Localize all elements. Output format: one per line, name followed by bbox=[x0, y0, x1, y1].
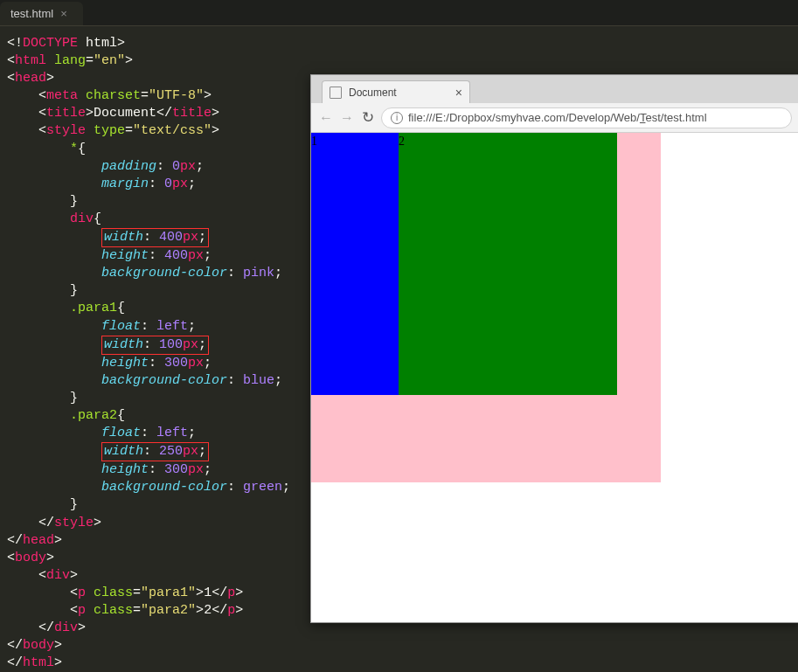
file-icon bbox=[330, 87, 342, 99]
browser-content: 1 2 bbox=[311, 133, 798, 482]
highlight-width-100: width: 100px; bbox=[101, 336, 209, 355]
url-text: file:///E:/Dropbox/smyhvae.com/Develop/W… bbox=[408, 111, 707, 124]
para2-label: 2 bbox=[399, 135, 405, 148]
para1-box: 1 bbox=[311, 133, 399, 395]
info-icon[interactable]: i bbox=[391, 112, 403, 124]
close-icon[interactable]: × bbox=[60, 7, 67, 20]
forward-icon[interactable]: → bbox=[339, 110, 355, 126]
editor-tab-bar: test.html × bbox=[0, 0, 798, 26]
para1-label: 1 bbox=[311, 135, 317, 148]
browser-tab[interactable]: Document × bbox=[322, 80, 470, 103]
highlight-width-400: width: 400px; bbox=[101, 228, 209, 247]
back-icon[interactable]: ← bbox=[318, 110, 334, 126]
browser-tabstrip: Document × bbox=[311, 75, 798, 103]
address-bar[interactable]: i file:///E:/Dropbox/smyhvae.com/Develop… bbox=[381, 107, 792, 128]
highlight-width-250: width: 250px; bbox=[101, 442, 209, 461]
editor-tab[interactable]: test.html × bbox=[0, 2, 83, 25]
browser-tab-title: Document bbox=[349, 87, 397, 99]
reload-icon[interactable]: ↻ bbox=[360, 108, 376, 127]
browser-window: Document × ← → ↻ i file:///E:/Dropbox/sm… bbox=[310, 74, 798, 623]
para2-box: 2 bbox=[399, 133, 617, 395]
tab-filename: test.html bbox=[10, 7, 53, 20]
close-icon[interactable]: × bbox=[455, 86, 462, 100]
browser-toolbar: ← → ↻ i file:///E:/Dropbox/smyhvae.com/D… bbox=[311, 103, 798, 133]
